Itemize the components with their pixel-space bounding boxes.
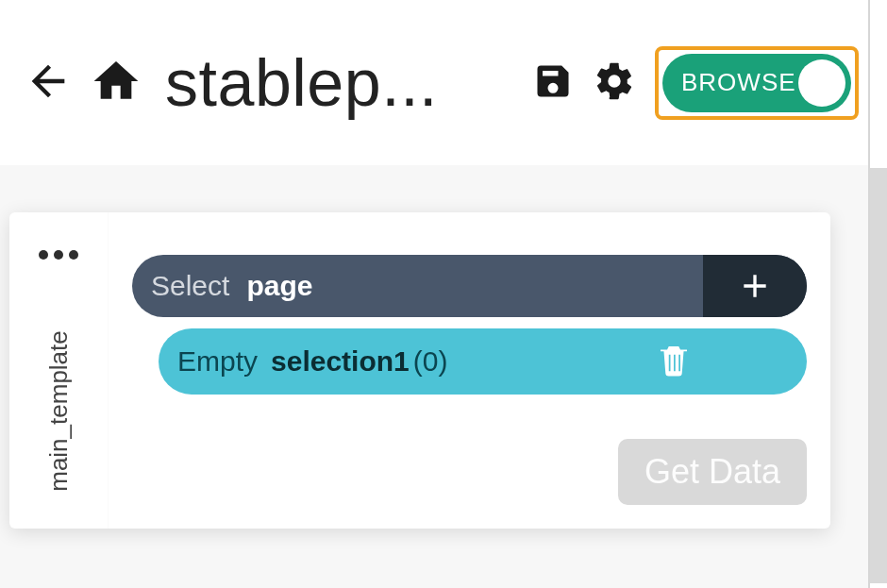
header-actions: BROWSE (532, 46, 868, 120)
select-label: Select (151, 270, 229, 302)
header-bar: stablep... BROWSE (0, 0, 868, 165)
template-card: main_template Select page Empty selectio… (9, 212, 830, 529)
card-sidebar: main_template (9, 212, 109, 529)
add-selection-button[interactable] (703, 255, 807, 317)
more-icon[interactable] (9, 250, 108, 260)
save-icon[interactable] (532, 60, 574, 106)
back-icon[interactable] (24, 57, 73, 109)
get-data-button[interactable]: Get Data (618, 439, 807, 505)
trash-icon[interactable] (654, 340, 694, 383)
template-tab-label[interactable]: main_template (44, 330, 74, 492)
browse-toggle-label: BROWSE (681, 68, 796, 97)
toggle-knob (798, 59, 845, 107)
selection-count: (0) (413, 345, 448, 378)
selection-row[interactable]: Empty selection1 (0) (159, 328, 807, 395)
browse-toggle-highlight: BROWSE (655, 46, 859, 120)
gear-icon[interactable] (593, 59, 636, 107)
selection-name: selection1 (271, 345, 410, 378)
page-title: stablep... (165, 45, 438, 121)
panel-region: main_template Select page Empty selectio… (0, 165, 868, 588)
home-icon[interactable] (90, 55, 142, 111)
select-bar[interactable]: Select page (132, 255, 807, 317)
selection-status: Empty (177, 345, 258, 378)
browse-toggle[interactable]: BROWSE (662, 54, 851, 112)
card-body: Select page Empty selection1 (0) Get Dat… (109, 212, 830, 529)
select-value: page (246, 270, 312, 302)
vertical-scrollbar[interactable] (870, 168, 887, 583)
